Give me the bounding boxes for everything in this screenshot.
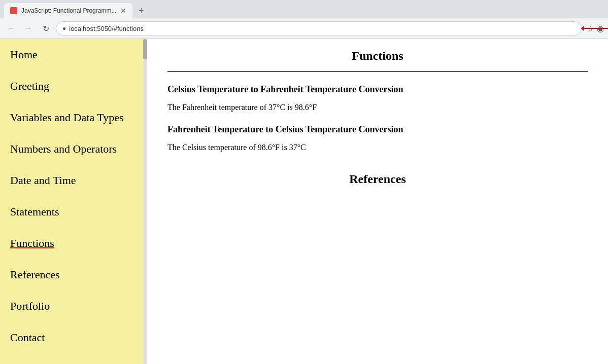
svg-marker-1 (581, 26, 584, 31)
sidebar-item-functions[interactable]: Functions (0, 228, 147, 259)
sidebar-item-greeting[interactable]: Greeting (0, 70, 147, 102)
section2-text: The Celsius temperature of 98.6°F is 37°… (167, 143, 588, 152)
sidebar-item-portfolio[interactable]: Portfolio (0, 290, 147, 322)
tab-bar: JavaScript: Functional Programm... ✕ + (0, 0, 608, 18)
sidebar-item-variables[interactable]: Variables and Data Types (0, 102, 147, 133)
sidebar-item-date[interactable]: Date and Time (0, 165, 147, 196)
sidebar-item-statements[interactable]: Statements (0, 196, 147, 228)
sidebar-item-home[interactable]: Home (0, 39, 147, 70)
red-arrow (581, 23, 608, 33)
url-bar[interactable]: ● localhost:5050/#functions (56, 21, 582, 35)
tab-close-button[interactable]: ✕ (120, 7, 126, 15)
sidebar-item-references[interactable]: References (0, 259, 147, 290)
sidebar-scrollbar-thumb[interactable] (143, 39, 147, 59)
back-button[interactable]: ← (4, 21, 18, 35)
forward-button[interactable]: → (21, 21, 36, 35)
sidebar-scrollbar[interactable] (143, 39, 147, 364)
main-layout: Home Greeting Variables and Data Types N… (0, 39, 608, 364)
url-text: localhost:5050/#functions (69, 25, 144, 32)
content-area: Functions Celsius Temperature to Fahrenh… (147, 39, 608, 364)
section2-title: Fahrenheit Temperature to Celsius Temper… (167, 124, 588, 135)
section1-title: Celsius Temperature to Fahrenheit Temper… (167, 84, 588, 95)
section-divider (167, 71, 588, 72)
sidebar-item-contact[interactable]: Contact (0, 322, 147, 353)
tab-favicon (10, 7, 17, 14)
lock-icon: ● (62, 25, 66, 32)
section1-text: The Fahrenheit temperature of 37°C is 98… (167, 103, 588, 112)
reload-button[interactable]: ↻ (39, 21, 53, 35)
sidebar: Home Greeting Variables and Data Types N… (0, 39, 147, 364)
tab-label: JavaScript: Functional Programm... (21, 7, 116, 14)
address-bar: ← → ↻ ● localhost:5050/#functions ☆ ◉ (0, 18, 608, 39)
new-tab-button[interactable]: + (134, 4, 148, 17)
page-title: Functions (167, 49, 588, 63)
active-tab[interactable]: JavaScript: Functional Programm... ✕ (4, 3, 132, 18)
sidebar-item-numbers[interactable]: Numbers and Operators (0, 133, 147, 165)
references-title: References (167, 172, 588, 186)
browser-chrome: JavaScript: Functional Programm... ✕ + ←… (0, 0, 608, 39)
